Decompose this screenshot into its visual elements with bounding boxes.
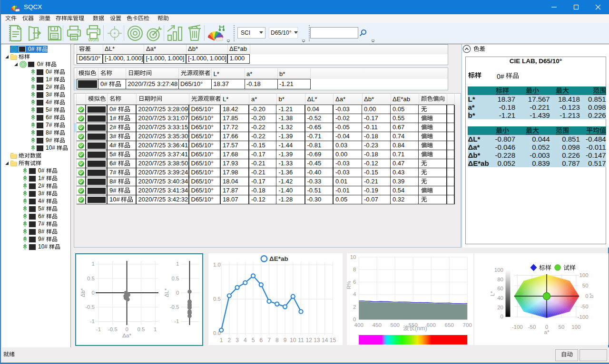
svg-text:b*: b*	[589, 293, 594, 298]
svg-text:600: 600	[427, 322, 436, 328]
svg-text:0: 0	[545, 324, 548, 330]
svg-text:0.5: 0.5	[87, 276, 95, 281]
svg-text:450: 450	[373, 322, 382, 328]
svg-text:0: 0	[501, 314, 503, 319]
svg-text:15: 15	[330, 337, 336, 344]
svg-text:0: 0	[353, 316, 356, 322]
svg-text:6: 6	[259, 337, 263, 344]
svg-text:60: 60	[497, 286, 503, 291]
svg-text:ΔE*ab: ΔE*ab	[269, 255, 288, 262]
svg-text:1: 1	[154, 326, 157, 332]
svg-text:3: 3	[236, 337, 239, 344]
svg-text:0.5: 0.5	[172, 276, 179, 281]
svg-text:12: 12	[306, 337, 313, 344]
svg-text:100: 100	[579, 272, 588, 278]
svg-text:Δa*: Δa*	[122, 333, 131, 338]
svg-text:-50: -50	[580, 304, 589, 309]
svg-text:-1: -1	[174, 318, 179, 324]
svg-text:700: 700	[463, 322, 472, 328]
svg-text:500: 500	[391, 322, 400, 328]
svg-text:-100: -100	[578, 314, 589, 320]
svg-text:-0.5: -0.5	[170, 304, 179, 310]
svg-text:400: 400	[354, 322, 363, 328]
svg-text:8: 8	[353, 267, 356, 272]
svg-text:50: 50	[559, 324, 565, 330]
svg-text:13: 13	[314, 337, 320, 344]
svg-text:L*: L*	[490, 291, 495, 296]
svg-text:2: 2	[227, 337, 231, 344]
svg-text:6: 6	[353, 279, 356, 285]
svg-text:-0.5: -0.5	[108, 326, 118, 332]
svg-text:8: 8	[275, 337, 279, 344]
svg-text:14: 14	[322, 337, 328, 344]
svg-text:1.0: 1.0	[213, 262, 221, 268]
svg-text:9: 9	[284, 337, 287, 344]
svg-text:650: 650	[445, 322, 454, 328]
svg-text:20: 20	[497, 305, 503, 310]
svg-text:5: 5	[252, 337, 255, 344]
svg-text:100: 100	[494, 267, 503, 273]
svg-text:80: 80	[497, 277, 503, 282]
svg-text:50: 50	[582, 283, 589, 288]
svg-text:-50: -50	[528, 324, 536, 330]
svg-text:0.5: 0.5	[137, 326, 145, 332]
svg-text:0: 0	[585, 293, 588, 299]
svg-text:(nm): (nm)	[415, 325, 427, 332]
svg-text:1: 1	[176, 261, 179, 267]
svg-text:7: 7	[267, 337, 271, 344]
svg-text:0.5: 0.5	[213, 296, 221, 302]
svg-text:-0.5: -0.5	[85, 304, 95, 310]
svg-text:0: 0	[176, 290, 179, 296]
svg-text:10: 10	[350, 254, 356, 260]
svg-text:Δb*: Δb*	[80, 288, 86, 297]
svg-text:ΔL*: ΔL*	[164, 288, 169, 297]
svg-text:-1: -1	[96, 326, 101, 332]
svg-text:Word: Word	[88, 37, 99, 42]
svg-text:40: 40	[497, 295, 503, 301]
svg-text:10: 10	[290, 337, 296, 344]
svg-text:a*: a*	[544, 329, 550, 335]
svg-text:2: 2	[353, 304, 356, 310]
svg-text:4: 4	[244, 337, 247, 344]
svg-text:1: 1	[92, 261, 95, 267]
svg-text:0: 0	[92, 290, 95, 296]
svg-text:4: 4	[353, 291, 356, 297]
svg-text:0: 0	[125, 326, 128, 332]
svg-text:-1: -1	[90, 318, 95, 324]
svg-text:11: 11	[298, 337, 304, 344]
svg-text:100: 100	[571, 324, 580, 330]
svg-text:R%: R%	[347, 281, 352, 289]
svg-text:-100: -100	[512, 324, 523, 330]
svg-text:1: 1	[220, 337, 223, 344]
